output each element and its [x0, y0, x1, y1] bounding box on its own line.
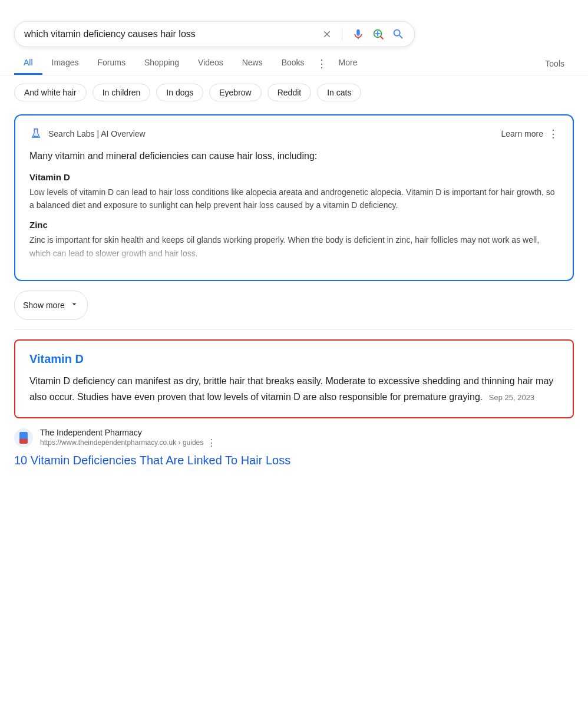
flask-icon	[29, 127, 42, 140]
chip-and-white-hair[interactable]: And white hair	[14, 84, 87, 101]
tab-shopping[interactable]: Shopping	[135, 52, 189, 75]
snippet-text: Vitamin D deficiency can manifest as dry…	[29, 373, 559, 405]
search-bar-container	[0, 12, 588, 47]
snippet-date: Sep 25, 2023	[489, 393, 534, 402]
ai-header-right: Learn more ⋮	[501, 127, 559, 140]
nav-tabs: All Images Forums Shopping Videos News B…	[0, 47, 588, 75]
search-icons	[322, 28, 405, 41]
mic-icon	[352, 28, 365, 41]
tab-more[interactable]: More	[329, 52, 367, 75]
show-more-button[interactable]: Show more	[14, 291, 88, 320]
ai-section-text-vitamind: Low levels of vitamin D can lead to hair…	[29, 186, 559, 212]
ai-header-left: Search Labs | AI Overview	[29, 127, 146, 140]
source-favicon	[14, 428, 33, 447]
source-meta: The Independent Pharmacy https://www.the…	[40, 428, 216, 448]
snippet-title: Vitamin D	[29, 352, 559, 366]
search-input[interactable]	[24, 29, 322, 39]
chevron-down-icon	[70, 299, 79, 311]
tab-books[interactable]: Books	[272, 52, 314, 75]
svg-point-1	[34, 136, 35, 137]
source-options-icon[interactable]: ⋮	[207, 437, 216, 448]
ai-overview-box: Search Labs | AI Overview Learn more ⋮ M…	[14, 114, 574, 281]
lens-icon	[372, 28, 385, 41]
filter-chips: And white hair In children In dogs Eyebr…	[0, 75, 588, 110]
tab-all[interactable]: All	[14, 52, 42, 75]
chip-reddit[interactable]: Reddit	[267, 84, 311, 101]
featured-snippet-box: Vitamin D Vitamin D deficiency can manif…	[14, 339, 574, 418]
section-divider	[14, 329, 574, 330]
source-url: https://www.theindependentpharmacy.co.uk…	[40, 438, 203, 447]
divider-line	[342, 28, 342, 41]
tab-videos[interactable]: Videos	[189, 52, 233, 75]
source-link[interactable]: 10 Vitamin Deficiencies That Are Linked …	[14, 452, 574, 468]
svg-point-2	[37, 137, 37, 137]
source-header: The Independent Pharmacy https://www.the…	[14, 428, 574, 448]
ai-section-title-vitamind: Vitamin D	[29, 172, 559, 182]
tab-news[interactable]: News	[233, 52, 272, 75]
chip-in-cats[interactable]: In cats	[317, 84, 361, 101]
source-url-row: https://www.theindependentpharmacy.co.uk…	[40, 437, 216, 448]
chip-in-children[interactable]: In children	[93, 84, 151, 101]
search-bar	[14, 21, 415, 47]
source-result: The Independent Pharmacy https://www.the…	[14, 428, 574, 468]
tab-forums[interactable]: Forums	[88, 52, 134, 75]
tab-images[interactable]: Images	[42, 52, 88, 75]
source-favicon-icon	[19, 432, 28, 444]
source-name: The Independent Pharmacy	[40, 428, 216, 437]
chip-in-dogs[interactable]: In dogs	[156, 84, 203, 101]
tools-tab[interactable]: Tools	[536, 53, 574, 74]
more-dots-icon: ⋮	[314, 57, 329, 70]
clear-button[interactable]	[322, 29, 332, 39]
ai-intro-text: Many vitamin and mineral deficiencies ca…	[29, 148, 559, 164]
lens-button[interactable]	[372, 28, 385, 41]
ai-options-icon[interactable]: ⋮	[548, 127, 559, 140]
search-button[interactable]	[392, 28, 405, 41]
chip-eyebrow[interactable]: Eyebrow	[209, 84, 261, 101]
close-icon	[322, 29, 332, 39]
search-icon	[392, 28, 405, 41]
ai-section-vitamind: Vitamin D Low levels of vitamin D can le…	[29, 172, 559, 212]
ai-overview-header: Search Labs | AI Overview Learn more ⋮	[29, 127, 559, 140]
show-more-label: Show more	[23, 301, 65, 310]
ai-section-title-zinc: Zinc	[29, 220, 559, 230]
ai-fade-overlay	[29, 245, 559, 268]
mic-button[interactable]	[352, 28, 365, 41]
learn-more-link[interactable]: Learn more	[501, 129, 543, 138]
ai-overview-label: Search Labs | AI Overview	[48, 129, 146, 138]
